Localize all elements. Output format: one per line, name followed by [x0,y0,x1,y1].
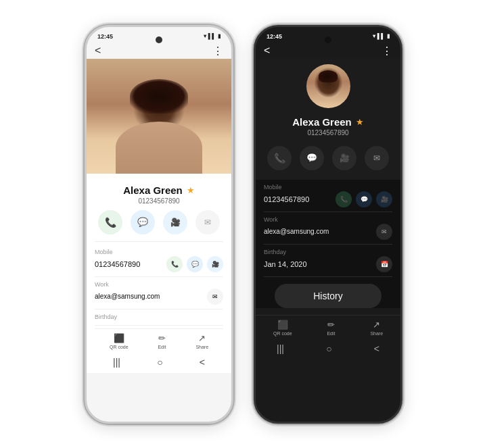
video-icon-light: 🎥 [170,218,181,227]
birthday-cal-dark[interactable]: 📅 [376,256,392,272]
back-btn-light[interactable]: < [95,45,101,57]
contact-phone-dark: 01234567890 [307,129,348,136]
mobile-msg-dark[interactable]: 💬 [356,191,372,207]
mobile-value-light: 01234567890 [95,260,140,268]
msg-btn-dark[interactable]: 💬 [300,146,324,170]
time-light: 12:45 [97,33,113,40]
dark-contact-header: Alexa Green ★ 01234567890 📞 💬 🎥 ✉ [256,59,400,180]
mobile-value-dark: 01234567890 [264,195,309,203]
wifi-icon: ▾ [204,33,206,39]
mobile-call-btn-light[interactable]: 📞 [166,256,183,272]
edit-icon: ✏ [158,333,166,343]
nav-pills-dark: ||| ○ < [256,340,400,359]
home-pill-dark[interactable]: ○ [326,343,331,354]
video-btn-light[interactable]: 🎥 [163,210,187,234]
share-btn-dark[interactable]: ↗ Share [370,320,383,336]
cal-icon-dark: 📅 [381,261,388,268]
battery-icon: ▮ [218,33,221,39]
call-icon-dark: 📞 [274,153,285,164]
back-pill-dark[interactable]: < [374,343,379,354]
mobile-label-dark: Mobile [264,184,392,191]
home-pill-light[interactable]: ○ [157,357,162,368]
signal-icon: ▌▌ [208,33,216,39]
nav-pills-light: ||| ○ < [95,353,223,373]
birthday-row-light: Birthday [95,309,223,326]
msg-icon-light: 💬 [137,217,148,227]
phone-light: 12:45 ▾ ▌▌ ▮ < ⋮ Alexa Green ★ 012345678… [85,25,233,424]
mobile-actions-light: 📞 💬 🎥 [166,256,223,272]
work-value-dark: alexa@samsung.com [264,228,329,235]
dark-info-section: Mobile 01234567890 📞 💬 🎥 Work alexa@sams… [256,180,400,308]
birthday-row-inner-dark: Jan 14, 2020 📅 [264,256,392,272]
work-email-icon: ✉ [212,293,218,300]
work-email-icon-dark: ✉ [381,228,387,235]
notch-light [156,36,162,43]
bottom-bar-dark: ⬛ QR code ✏ Edit ↗ Share [256,315,400,340]
more-btn-dark[interactable]: ⋮ [381,45,392,57]
mobile-video-btn-light[interactable]: 🎥 [207,256,223,272]
mobile-row-inner-light: 01234567890 📞 💬 🎥 [95,256,223,272]
history-btn-dark[interactable]: History [275,284,381,308]
share-label-dark: Share [370,331,383,336]
edit-label-dark: Edit [327,331,335,336]
qr-btn-dark[interactable]: ⬛ QR code [273,320,292,336]
back-btn-dark[interactable]: < [264,45,270,57]
name-row-light: Alexa Green ★ [95,184,223,196]
work-email-btn-light[interactable]: ✉ [207,289,223,305]
share-label-light: Share [195,345,208,349]
email-icon-light: ✉ [204,218,211,227]
back-pill-light[interactable]: < [200,357,205,368]
qr-icon-dark: ⬛ [277,320,288,330]
star-light[interactable]: ★ [187,185,195,195]
call-icon-light: 📞 [105,217,116,228]
edit-btn-dark[interactable]: ✏ Edit [327,320,335,336]
notch-dark [325,36,331,43]
contact-name-light: Alexa Green [123,184,183,196]
email-btn-light[interactable]: ✉ [195,210,220,234]
mobile-row-inner-dark: 01234567890 📞 💬 🎥 [264,191,392,207]
signal-icon-dark: ▌▌ [377,33,385,39]
qr-btn-light[interactable]: ⬛ QR code [110,333,129,349]
star-dark[interactable]: ★ [356,117,364,127]
work-row-inner-dark: alexa@samsung.com ✉ [264,224,392,240]
menu-pill-dark[interactable]: ||| [277,343,284,354]
battery-icon-dark: ▮ [387,33,390,39]
mobile-actions-dark: 📞 💬 🎥 [335,191,392,207]
divider-light [95,241,223,242]
share-icon: ↗ [198,333,206,343]
person-silhouette-light [87,59,231,174]
work-row-inner-light: alexa@samsung.com ✉ [95,289,223,305]
action-buttons-dark: 📞 💬 🎥 ✉ [267,146,389,170]
email-btn-dark[interactable]: ✉ [365,146,389,170]
birthday-value-dark: Jan 14, 2020 [264,260,307,268]
wifi-icon-dark: ▾ [373,33,375,39]
video-btn-dark[interactable]: 🎥 [332,146,356,170]
qr-icon: ⬛ [114,333,124,343]
work-value-light: alexa@samsung.com [95,293,160,300]
msg-btn-light[interactable]: 💬 [131,210,155,234]
contact-photo-light [87,59,231,174]
mobile-call-icon-dark: 📞 [340,196,348,203]
contact-phone-light: 01234567890 [95,197,223,205]
contact-name-dark: Alexa Green [292,116,352,128]
call-btn-light[interactable]: 📞 [98,210,122,234]
mobile-call-dark[interactable]: 📞 [335,191,352,207]
msg-icon-dark: 💬 [306,153,317,163]
mobile-video-icon-dark: 🎥 [381,196,388,203]
mobile-row-dark: Mobile 01234567890 📞 💬 🎥 [264,180,392,212]
call-btn-dark[interactable]: 📞 [267,146,292,170]
mobile-label-light: Mobile [95,249,223,255]
menu-pill-light[interactable]: ||| [113,357,120,368]
mobile-msg-btn-light[interactable]: 💬 [187,256,203,272]
avatar-person-dark [306,64,350,108]
more-btn-light[interactable]: ⋮ [212,45,223,57]
work-email-dark[interactable]: ✉ [376,224,392,240]
edit-icon-dark: ✏ [327,320,335,330]
edit-btn-light[interactable]: ✏ Edit [158,333,166,349]
share-btn-light[interactable]: ↗ Share [195,333,208,349]
mobile-video-dark[interactable]: 🎥 [376,191,392,207]
mobile-msg-icon: 💬 [191,261,199,268]
work-label-dark: Work [264,216,392,223]
birthday-label-light: Birthday [95,314,223,320]
top-nav-light: < ⋮ [87,43,231,59]
